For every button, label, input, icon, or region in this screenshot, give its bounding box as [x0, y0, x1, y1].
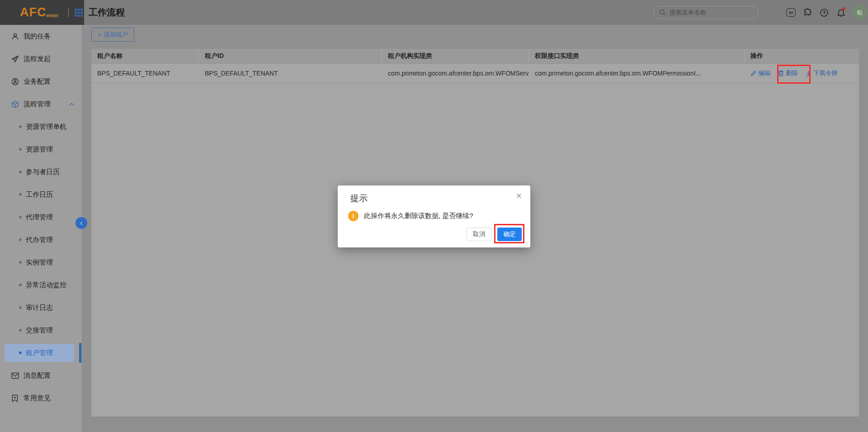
cell-tenant-id: BPS_DEFAULT_TENANT: [199, 64, 382, 83]
bullet-dot: [19, 125, 22, 128]
header-icon-group: AI ? 租: [786, 0, 867, 25]
sidebar-item-label: 租户管理: [26, 349, 53, 357]
download-icon: [806, 71, 811, 76]
warning-icon: !: [348, 211, 359, 221]
header-divider: [68, 8, 69, 18]
table-row: BPS_DEFAULT_TENANT BPS_DEFAULT_TENANT co…: [91, 64, 859, 83]
sidebar-item-label: 代办管理: [26, 236, 53, 244]
sidebar-item-label: 业务配置: [24, 77, 51, 86]
cancel-button[interactable]: 取消: [467, 228, 491, 241]
column-header-org-impl: 租户机构实现类: [382, 49, 529, 63]
dialog-title: 提示: [350, 193, 368, 204]
cell-tenant-name: BPS_DEFAULT_TENANT: [91, 64, 199, 83]
sidebar-item-label: 消息配置: [24, 371, 51, 380]
column-header-tenant-id: 租户ID: [199, 49, 382, 63]
bullet-dot: [19, 148, 22, 151]
sidebar-item-label: 资源管理单机: [26, 123, 66, 131]
sidebar-item-instance-mgmt[interactable]: 实例管理: [0, 253, 81, 271]
search-placeholder: 搜索菜单名称: [670, 9, 706, 17]
sidebar-item-handover-mgmt[interactable]: 交接管理: [0, 321, 81, 339]
sidebar-item-resource-mgmt[interactable]: 资源管理: [0, 140, 81, 158]
dialog-message: 此操作将永久删除该数据, 是否继续?: [364, 212, 473, 220]
mail-icon: [11, 371, 19, 380]
cell-org-impl: com.primeton.gocom.afcenter.bps.om.WFOMS…: [382, 64, 529, 83]
confirm-dialog: 提示 ✕ ! 此操作将永久删除该数据, 是否继续? 取消 确定: [338, 185, 530, 247]
search-icon: [659, 9, 666, 16]
sidebar-item-my-tasks[interactable]: 我的任务: [0, 27, 81, 45]
sidebar-item-label: 交接管理: [26, 326, 53, 335]
sidebar-item-business-config[interactable]: 业务配置: [0, 72, 81, 90]
cell-actions: 编辑 删除 下载令牌: [745, 64, 859, 83]
logo-block: AFC enter: [0, 0, 84, 25]
add-tenant-button[interactable]: + 添加租户: [91, 28, 134, 42]
bullet-dot: [19, 306, 22, 309]
edit-action-link[interactable]: 编辑: [750, 69, 770, 77]
sidebar-item-label: 流程管理: [24, 100, 51, 109]
chevron-up-icon: [69, 103, 74, 106]
send-icon: [11, 55, 19, 63]
sidebar-item-label: 代理管理: [26, 213, 53, 222]
sidebar-item-label: 流程发起: [24, 55, 51, 63]
sidebar-item-tenant-mgmt[interactable]: 租户管理: [0, 344, 81, 362]
sidebar-item-label: 实例管理: [26, 258, 53, 267]
dialog-message-row: ! 此操作将永久删除该数据, 是否继续?: [348, 211, 473, 221]
download-token-action-link[interactable]: 下载令牌: [806, 69, 838, 77]
user-avatar[interactable]: 租: [853, 5, 867, 19]
top-header: AFC enter 工作流程 搜索菜单名称 AI: [0, 0, 868, 25]
sidebar-item-participant-calendar[interactable]: 参与者日历: [0, 163, 81, 181]
logo-subtext: enter: [47, 13, 59, 18]
column-header-actions: 操作: [745, 49, 859, 63]
sidebar-item-label: 工作日历: [26, 190, 53, 199]
sidebar-item-label: 我的任务: [24, 32, 51, 41]
sidebar-item-message-config[interactable]: 消息配置: [0, 366, 81, 385]
active-item-bar: [79, 343, 81, 363]
bullet-dot: [19, 238, 22, 241]
bullet-dot: [19, 351, 22, 354]
notification-dot: [842, 7, 845, 10]
plus-icon: +: [98, 31, 101, 38]
sidebar-item-label: 参与者日历: [26, 168, 60, 176]
cube-icon: [11, 100, 19, 108]
sidebar-collapse-button[interactable]: ‹: [75, 217, 87, 229]
trash-icon: [778, 70, 784, 76]
help-icon[interactable]: ?: [819, 8, 829, 18]
sidebar-item-label: 常用意见: [24, 394, 51, 403]
app-grid-icon[interactable]: [74, 8, 83, 17]
close-icon[interactable]: ✕: [516, 191, 522, 201]
ai-assistant-icon[interactable]: AI: [786, 8, 796, 18]
sidebar-item-label: 资源管理: [26, 145, 53, 154]
sidebar-item-todo-mgmt[interactable]: 代办管理: [0, 231, 81, 249]
bullet-dot: [19, 329, 22, 332]
bookmark-plus-icon: [11, 394, 19, 402]
sidebar-item-label: 异常活动监控: [26, 281, 66, 290]
bullet-dot: [19, 171, 22, 173]
delete-action-link[interactable]: 删除: [778, 69, 798, 77]
pencil-icon: [750, 71, 756, 76]
plugin-icon[interactable]: [802, 8, 812, 18]
sidebar-nav: 我的任务 流程发起 业务配置 流程管理: [0, 25, 81, 432]
sidebar-item-audit-log[interactable]: 审计日志: [0, 299, 81, 317]
sidebar-item-work-calendar[interactable]: 工作日历: [0, 185, 81, 204]
sidebar-item-common-opinions[interactable]: 常用意见: [0, 389, 81, 407]
sidebar-item-agent-mgmt[interactable]: 代理管理: [0, 208, 81, 226]
sidebar-item-process-management[interactable]: 流程管理: [0, 95, 81, 113]
notification-bell-icon[interactable]: [836, 8, 846, 18]
menu-search-input[interactable]: 搜索菜单名称: [653, 6, 759, 19]
user-icon: [11, 32, 19, 40]
column-header-tenant-name: 租户名称: [91, 49, 199, 63]
table-header-row: 租户名称 租户ID 租户机构实现类 权限接口实现类 操作: [91, 49, 859, 64]
sidebar-item-abnormal-activity-monitor[interactable]: 异常活动监控: [0, 276, 81, 294]
sidebar-item-process-start[interactable]: 流程发起: [0, 50, 81, 68]
bullet-dot: [19, 284, 22, 286]
bullet-dot: [19, 193, 22, 196]
svg-text:?: ?: [823, 10, 826, 15]
user-badge-icon: [11, 77, 19, 85]
logo-text: AFC: [20, 5, 47, 19]
bullet-dot: [19, 261, 22, 264]
confirm-button[interactable]: 确定: [497, 228, 522, 241]
page-title: 工作流程: [89, 6, 125, 19]
dialog-footer: 取消 确定: [467, 228, 522, 241]
cell-permission-impl: com.primeton.gocom.afcenter.bps.om.WFOMP…: [529, 64, 745, 83]
sidebar-item-resource-mgmt-single[interactable]: 资源管理单机: [0, 118, 81, 136]
column-header-permission-impl: 权限接口实现类: [529, 49, 745, 63]
